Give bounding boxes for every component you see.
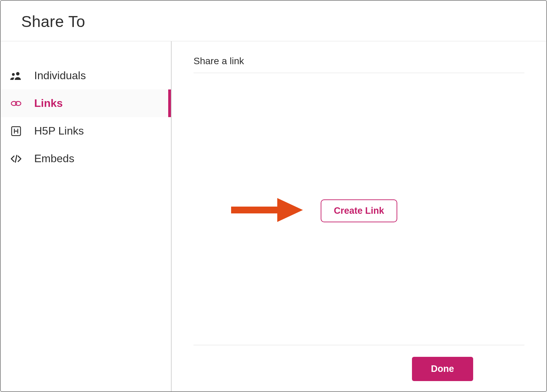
- modal-body: Individuals Links: [1, 41, 546, 391]
- sidebar: Individuals Links: [1, 41, 172, 391]
- arrow-annotation-icon: [231, 196, 306, 225]
- svg-point-0: [16, 72, 19, 75]
- section-title: Share a link: [194, 56, 524, 73]
- link-icon: [8, 100, 24, 107]
- svg-line-8: [15, 155, 17, 162]
- create-link-button[interactable]: Create Link: [321, 199, 397, 222]
- svg-marker-10: [277, 198, 303, 222]
- sidebar-item-label: H5P Links: [34, 125, 84, 137]
- footer-row: Done: [194, 357, 524, 381]
- sidebar-item-embeds[interactable]: Embeds: [1, 145, 171, 172]
- center-area: Create Link: [194, 76, 524, 345]
- share-modal: Share To Individuals: [0, 0, 547, 392]
- modal-header: Share To: [1, 1, 546, 41]
- svg-rect-9: [231, 207, 279, 213]
- sidebar-item-label: Individuals: [34, 69, 86, 82]
- done-button[interactable]: Done: [412, 357, 473, 381]
- sidebar-item-individuals[interactable]: Individuals: [1, 62, 171, 89]
- people-icon: [8, 72, 24, 80]
- sidebar-item-label: Embeds: [34, 152, 74, 165]
- sidebar-item-links[interactable]: Links: [1, 89, 171, 117]
- sidebar-item-h5p-links[interactable]: H5P Links: [1, 117, 171, 145]
- footer-divider: [194, 345, 524, 345]
- sidebar-item-label: Links: [34, 97, 63, 110]
- svg-point-3: [15, 101, 21, 106]
- h5p-icon: [8, 126, 24, 136]
- code-icon: [8, 155, 24, 163]
- svg-point-1: [12, 73, 15, 76]
- content-panel: Share a link Create Link Done: [172, 41, 546, 391]
- modal-title: Share To: [21, 12, 526, 31]
